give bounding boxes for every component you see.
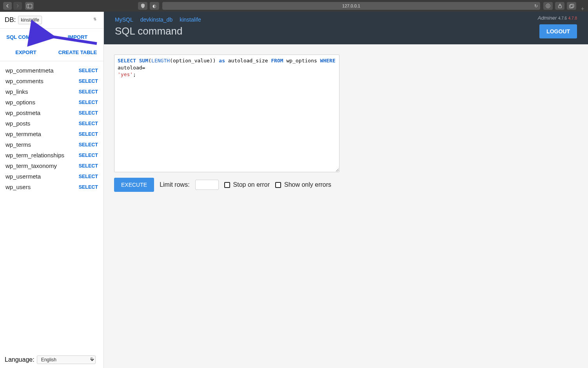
table-row: wp_term_relationshipsSELECT	[5, 150, 98, 160]
table-name[interactable]: wp_usermeta	[5, 173, 41, 180]
table-select-link[interactable]: SELECT	[79, 153, 98, 158]
table-row: wp_termsSELECT	[5, 139, 98, 150]
breadcrumb-link[interactable]: kinstalife	[180, 16, 201, 23]
table-select-link[interactable]: SELECT	[79, 174, 98, 179]
table-name[interactable]: wp_users	[5, 184, 31, 190]
share-icon[interactable]	[555, 2, 564, 10]
create-table-link[interactable]: CREATE TABLE	[52, 49, 103, 55]
table-select-link[interactable]: SELECT	[79, 78, 98, 84]
breadcrumb-link[interactable]: MySQL	[115, 16, 133, 23]
sql-command-link[interactable]: SQL COMMAND	[0, 34, 52, 40]
limit-rows-label: Limit rows:	[160, 181, 189, 188]
svg-rect-4	[569, 5, 573, 8]
table-row: wp_commentmetaSELECT	[5, 65, 98, 76]
table-name[interactable]: wp_term_taxonomy	[5, 162, 57, 169]
reload-icon[interactable]: ↻	[534, 4, 538, 9]
shield-icon[interactable]	[138, 2, 147, 10]
checkbox-icon	[224, 182, 230, 188]
limit-rows-input[interactable]	[195, 180, 219, 190]
address-text: 127.0.0.1	[342, 4, 360, 8]
new-tab-icon[interactable]: +	[579, 5, 586, 12]
table-select-link[interactable]: SELECT	[79, 163, 98, 169]
table-row: wp_linksSELECT	[5, 86, 98, 97]
db-label: DB:	[5, 16, 16, 24]
import-link[interactable]: IMPORT	[52, 34, 103, 40]
language-label: Language:	[5, 356, 34, 363]
sidebar-toggle-icon[interactable]	[25, 2, 34, 10]
checkbox-icon	[275, 182, 281, 188]
breadcrumb-link[interactable]: devkinsta_db	[140, 16, 173, 23]
back-button[interactable]	[3, 2, 12, 10]
table-row: wp_termmetaSELECT	[5, 129, 98, 139]
logout-button[interactable]: LOGOUT	[539, 24, 577, 38]
main-area: MySQLdevkinsta_dbkinstalife SQL command …	[104, 12, 588, 368]
table-name[interactable]: wp_commentmeta	[5, 67, 54, 74]
table-name[interactable]: wp_comments	[5, 78, 44, 84]
table-select-link[interactable]: SELECT	[79, 89, 98, 95]
table-select-link[interactable]: SELECT	[79, 110, 98, 116]
page-title: SQL command	[115, 25, 577, 37]
svg-rect-5	[570, 4, 574, 7]
header: MySQLdevkinsta_dbkinstalife SQL command …	[104, 12, 588, 44]
table-row: wp_usermetaSELECT	[5, 171, 98, 182]
show-only-errors-checkbox[interactable]: Show only errors	[275, 181, 331, 188]
db-select[interactable]: kinstalife	[18, 16, 42, 24]
table-select-link[interactable]: SELECT	[79, 184, 98, 190]
table-name[interactable]: wp_options	[5, 99, 35, 106]
tables-list: wp_commentmetaSELECTwp_commentsSELECTwp_…	[0, 61, 103, 196]
table-select-link[interactable]: SELECT	[79, 121, 98, 126]
execute-button[interactable]: EXECUTE	[114, 178, 154, 192]
language-select[interactable]: English	[37, 355, 96, 364]
table-name[interactable]: wp_term_relationships	[5, 152, 64, 158]
table-name[interactable]: wp_posts	[5, 120, 30, 127]
sql-textarea[interactable]: SELECT SUM(LENGTH(option_value)) as auto…	[114, 55, 339, 172]
svg-rect-0	[27, 4, 32, 8]
export-link[interactable]: EXPORT	[0, 49, 52, 55]
table-name[interactable]: wp_postmeta	[5, 109, 40, 116]
table-select-link[interactable]: SELECT	[79, 100, 98, 105]
brand: Adminer 4.7.6 4.7.8	[538, 15, 577, 21]
table-row: wp_postmetaSELECT	[5, 107, 98, 118]
browser-toolbar: ◐ 127.0.0.1 ↻ +	[0, 0, 588, 12]
table-name[interactable]: wp_links	[5, 88, 28, 95]
address-bar[interactable]: 127.0.0.1 ↻	[162, 2, 540, 10]
table-row: wp_commentsSELECT	[5, 76, 98, 86]
breadcrumbs: MySQLdevkinsta_dbkinstalife	[115, 16, 577, 23]
table-select-link[interactable]: SELECT	[79, 68, 98, 73]
table-select-link[interactable]: SELECT	[79, 142, 98, 148]
forward-button[interactable]	[13, 2, 22, 10]
table-row: wp_term_taxonomySELECT	[5, 160, 98, 171]
downloads-icon[interactable]	[543, 2, 553, 10]
stop-on-error-checkbox[interactable]: Stop on error	[224, 181, 270, 188]
tabs-icon[interactable]	[567, 2, 576, 10]
sidebar: DB: kinstalife SQL COMMAND IMPORT EXPORT…	[0, 12, 104, 368]
reader-icon[interactable]: ◐	[150, 2, 159, 10]
table-row: wp_usersSELECT	[5, 182, 98, 192]
table-row: wp_postsSELECT	[5, 118, 98, 129]
table-select-link[interactable]: SELECT	[79, 131, 98, 137]
table-name[interactable]: wp_termmeta	[5, 131, 41, 137]
table-row: wp_optionsSELECT	[5, 97, 98, 107]
table-name[interactable]: wp_terms	[5, 141, 31, 148]
